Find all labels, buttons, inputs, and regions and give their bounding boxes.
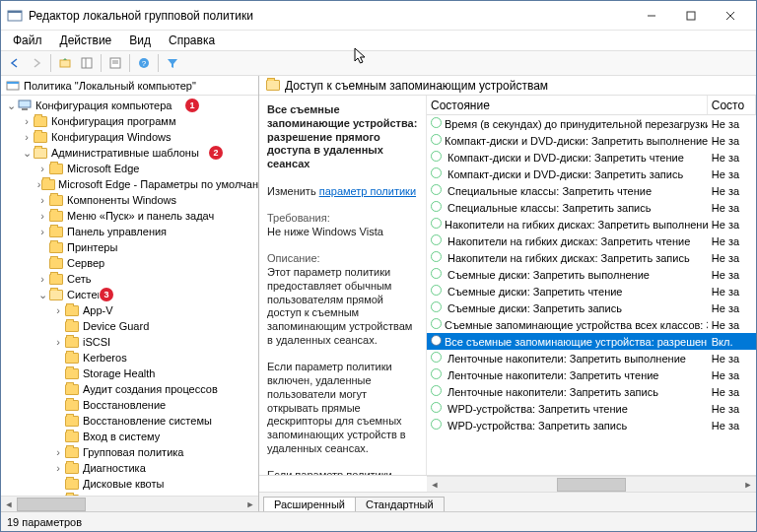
tree-node-system[interactable]: ⌄Система3 xyxy=(1,287,258,302)
edit-policy-link[interactable]: параметр политики xyxy=(319,185,416,197)
tree-node-system-recovery[interactable]: ·Восстановление системы xyxy=(1,413,258,429)
policy-item-icon xyxy=(431,318,442,332)
tree-node-printers[interactable]: ·Принтеры xyxy=(1,239,258,255)
list-row[interactable]: Накопители на гибких дисках: Запретить з… xyxy=(427,249,756,266)
list-row[interactable]: Накопители на гибких дисках: Запретить ч… xyxy=(427,233,756,249)
tree-node-appv[interactable]: ›App-V xyxy=(1,302,258,318)
list-row[interactable]: WPD-устройства: Запретить записьНе за xyxy=(427,417,756,433)
forward-button[interactable] xyxy=(26,52,47,74)
svg-rect-3 xyxy=(687,12,695,20)
annotation-1: 1 xyxy=(185,99,199,112)
tree-node-kerberos[interactable]: ·Kerberos xyxy=(1,350,258,366)
menu-file[interactable]: Файл xyxy=(5,33,50,48)
list-row[interactable]: Время (в секундах) до принудительной пер… xyxy=(427,115,756,132)
list-row[interactable]: Специальные классы: Запретить записьНе з… xyxy=(427,199,756,216)
list-row[interactable]: Съемные диски: Запретить выполнениеНе за xyxy=(427,266,756,283)
svg-rect-16 xyxy=(19,100,31,107)
tree-node-computer-config[interactable]: ⌄Конфигурация компьютера1 xyxy=(1,98,258,113)
policy-item-icon xyxy=(431,268,445,282)
properties-button[interactable] xyxy=(104,52,126,74)
list-row[interactable]: Съемные запоминающие устройства всех кла… xyxy=(427,316,756,333)
svg-rect-17 xyxy=(22,108,28,110)
tree-node-audit[interactable]: ·Аудит создания процессов xyxy=(1,381,258,397)
horizontal-scrollbar-left[interactable]: ◄► xyxy=(1,496,258,511)
horizontal-scrollbar-right[interactable]: ◄► xyxy=(427,476,756,492)
policy-item-icon xyxy=(431,352,445,366)
tree-node-device-guard[interactable]: ·Device Guard xyxy=(1,318,258,334)
list-row[interactable]: Ленточные накопители: Запретить выполнен… xyxy=(427,350,756,366)
policy-item-icon xyxy=(431,251,445,265)
policy-item-icon xyxy=(431,134,442,148)
tree-node-program-config[interactable]: ›Конфигурация программ xyxy=(1,113,258,129)
tree-node-win-components[interactable]: ›Компоненты Windows xyxy=(1,192,258,208)
up-button[interactable] xyxy=(54,52,76,74)
list-row[interactable]: Специальные классы: Запретить чтениеНе з… xyxy=(427,182,756,199)
list-row[interactable]: Компакт-диски и DVD-диски: Запретить зап… xyxy=(427,166,756,182)
policy-list[interactable]: Состояние Состо Время (в секундах) до пр… xyxy=(427,96,756,475)
tree-node-windows-config[interactable]: ›Конфигурация Windows xyxy=(1,129,258,145)
policy-item-icon xyxy=(431,218,442,232)
tree-node-server-manager[interactable]: ·Диспетчер сервера xyxy=(1,492,258,496)
list-row[interactable]: Компакт-диски и DVD-диски: Запретить чте… xyxy=(427,149,756,166)
show-hide-button[interactable] xyxy=(76,52,98,74)
statusbar: 19 параметров xyxy=(1,511,756,531)
tree-node-recovery[interactable]: ·Восстановление xyxy=(1,397,258,413)
folder-icon xyxy=(33,129,48,145)
list-row[interactable]: Ленточные накопители: Запретить записьНе… xyxy=(427,383,756,400)
tree[interactable]: ⌄Конфигурация компьютера1 ›Конфигурация … xyxy=(1,96,258,496)
svg-rect-1 xyxy=(8,11,22,13)
tree-root-label: Политика "Локальный компьютер" xyxy=(24,80,196,92)
menu-help[interactable]: Справка xyxy=(161,33,223,48)
annotation-2: 2 xyxy=(209,146,223,160)
tree-node-signin[interactable]: ·Вход в систему xyxy=(1,429,258,444)
policy-item-icon xyxy=(431,402,445,416)
help-button[interactable]: ? xyxy=(133,52,155,74)
list-header: Состояние Состо xyxy=(427,96,756,115)
status-text: 19 параметров xyxy=(7,516,82,528)
list-row[interactable]: Компакт-диски и DVD-диски: Запретить вып… xyxy=(427,132,756,149)
toolbar: ? xyxy=(1,50,756,76)
tree-node-edge-defaults[interactable]: ›Microsoft Edge - Параметры по умолчан xyxy=(1,176,258,192)
tree-node-edge[interactable]: ›Microsoft Edge xyxy=(1,161,258,176)
titlebar: Редактор локальной групповой политики xyxy=(1,1,756,31)
list-row[interactable]: Съемные диски: Запретить чтениеНе за xyxy=(427,283,756,299)
tree-node-iscsi[interactable]: ›iSCSI xyxy=(1,334,258,350)
list-row[interactable]: Все съемные запоминающие устройства: раз… xyxy=(427,333,756,350)
tree-node-startmenu[interactable]: ›Меню «Пуск» и панель задач xyxy=(1,208,258,224)
column-state2[interactable]: Состо xyxy=(708,96,756,114)
menu-view[interactable]: Вид xyxy=(121,33,159,48)
list-row[interactable]: WPD-устройства: Запретить чтениеНе за xyxy=(427,400,756,417)
tree-header: Политика "Локальный компьютер" xyxy=(1,76,258,96)
tree-node-diagnostics[interactable]: ›Диагностика xyxy=(1,460,258,476)
tree-node-storage-health[interactable]: ·Storage Health xyxy=(1,366,258,381)
policy-item-icon xyxy=(431,201,445,215)
window-title: Редактор локальной групповой политики xyxy=(29,9,632,23)
computer-icon xyxy=(17,98,33,113)
tab-standard[interactable]: Стандартный xyxy=(355,497,445,511)
policy-item-icon xyxy=(431,167,445,181)
maximize-button[interactable] xyxy=(671,2,711,30)
list-row[interactable]: Ленточные накопители: Запретить чтениеНе… xyxy=(427,366,756,383)
tree-node-control-panel[interactable]: ›Панель управления xyxy=(1,224,258,239)
menubar: Файл Действие Вид Справка xyxy=(1,31,756,50)
tree-node-admin-templates[interactable]: ⌄Административные шаблоны2 xyxy=(1,145,258,161)
policy-item-icon xyxy=(431,301,445,315)
tab-extended[interactable]: Расширенный xyxy=(263,497,356,511)
app-icon xyxy=(7,8,23,24)
policy-item-icon xyxy=(431,368,445,382)
tree-node-disk-quotas[interactable]: ·Дисковые квоты xyxy=(1,476,258,492)
svg-rect-15 xyxy=(7,82,19,84)
folder-icon xyxy=(265,78,281,94)
close-button[interactable] xyxy=(711,2,750,30)
menu-action[interactable]: Действие xyxy=(52,33,120,48)
tree-node-group-policy[interactable]: ›Групповая политика xyxy=(1,444,258,460)
minimize-button[interactable] xyxy=(632,2,671,30)
list-row[interactable]: Накопители на гибких дисках: Запретить в… xyxy=(427,216,756,233)
tree-node-network[interactable]: ›Сеть xyxy=(1,271,258,287)
filter-button[interactable] xyxy=(162,52,183,74)
back-button[interactable] xyxy=(4,52,26,74)
list-row[interactable]: Съемные диски: Запретить записьНе за xyxy=(427,299,756,316)
column-state[interactable]: Состояние xyxy=(427,96,708,114)
tree-node-server[interactable]: ·Сервер xyxy=(1,255,258,271)
tab-strip: Расширенный Стандартный xyxy=(259,492,756,511)
